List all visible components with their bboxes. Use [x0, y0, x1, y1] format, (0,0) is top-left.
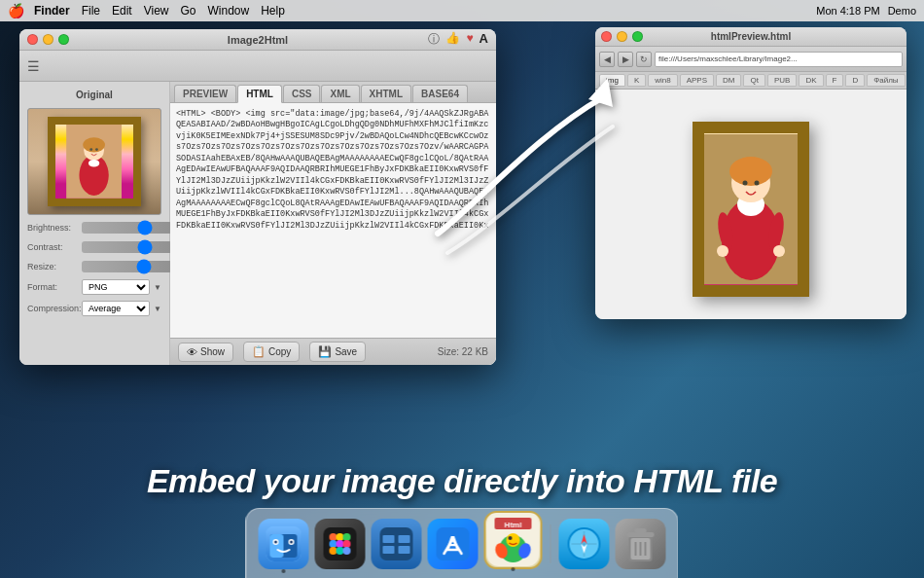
btab-k[interactable]: K — [627, 74, 646, 87]
dock-icon-appstore[interactable]: A — [428, 519, 479, 569]
dock: A Html — [246, 508, 679, 578]
minimize-button[interactable] — [43, 34, 53, 45]
btab-img[interactable]: img — [599, 74, 625, 87]
tab-base64[interactable]: BASE64 — [412, 85, 468, 102]
save-icon: 💾 — [318, 345, 332, 358]
svg-point-12 — [729, 157, 772, 186]
browser-portrait — [693, 122, 809, 297]
tab-xhtml[interactable]: XHTML — [361, 85, 411, 102]
menu-user: Demo — [888, 5, 916, 17]
dock-icon-trash[interactable] — [616, 519, 666, 569]
browser-toolbar: ◀ ▶ ↻ — [595, 47, 906, 72]
compression-select[interactable]: Average Low High — [82, 301, 150, 316]
dock-icon-launchpad[interactable] — [315, 519, 366, 569]
address-bar[interactable] — [655, 52, 903, 67]
browser-traffic-lights — [601, 31, 643, 42]
browser-maximize[interactable] — [632, 31, 643, 42]
dock-icon-image2html[interactable]: Html — [484, 511, 543, 569]
btab-files[interactable]: Файлы — [867, 74, 905, 87]
back-button[interactable]: ◀ — [599, 52, 615, 67]
close-button[interactable] — [27, 34, 38, 45]
format-label: Format: — [27, 282, 78, 292]
menubar: 🍎 Finder File Edit View Go Window Help M… — [0, 0, 924, 21]
show-button[interactable]: 👁 Show — [178, 343, 233, 362]
svg-point-29 — [330, 533, 338, 541]
tab-preview[interactable]: PREVIEW — [174, 85, 236, 102]
dock-icon-finder[interactable] — [259, 519, 309, 569]
browser-minimize[interactable] — [617, 31, 627, 42]
svg-point-25 — [274, 540, 277, 543]
svg-point-33 — [337, 540, 344, 548]
svg-point-27 — [290, 540, 293, 543]
resize-label: Resize: — [27, 262, 78, 271]
save-button[interactable]: 💾 Save — [309, 342, 366, 362]
bottom-bar: 👁 Show 📋 Copy 💾 Save Size: 22 KB — [170, 338, 496, 365]
svg-rect-42 — [399, 546, 410, 554]
brightness-row: Brightness: 0 ⟳ — [27, 221, 161, 235]
btab-dm[interactable]: DM — [716, 74, 741, 87]
file-size: Size: 22 KB — [438, 346, 488, 357]
btab-pub[interactable]: PUB — [767, 74, 797, 87]
appstore-icon-svg: A — [437, 527, 470, 560]
menubar-finder[interactable]: Finder — [34, 4, 70, 18]
tab-xml[interactable]: XML — [321, 85, 359, 102]
tab-html[interactable]: HTML — [237, 85, 282, 103]
btab-f[interactable]: F — [826, 74, 844, 87]
thumbsup-icon[interactable]: 👍 — [445, 31, 460, 48]
menubar-help[interactable]: Help — [261, 4, 285, 18]
apple-menu[interactable]: 🍎 — [8, 3, 24, 18]
menubar-edit[interactable]: Edit — [112, 4, 132, 18]
left-panel: Original — [19, 82, 170, 365]
reload-button[interactable]: ↻ — [636, 52, 652, 67]
tab-css[interactable]: CSS — [283, 85, 321, 102]
svg-point-17 — [717, 245, 729, 257]
window-titlebar: Image2Html ⓘ 👍 ♥ A — [19, 29, 496, 51]
window-title: Image2Html — [228, 34, 288, 46]
browser-girl-svg — [704, 133, 798, 285]
girl-portrait-svg — [55, 125, 132, 199]
svg-point-18 — [773, 245, 785, 257]
forward-button[interactable]: ▶ — [618, 52, 633, 67]
dock-icon-safari[interactable] — [559, 519, 610, 569]
contrast-row: Contrast: 0 ⟳ — [27, 240, 161, 254]
menubar-right: Mon 4:18 PM Demo — [816, 5, 916, 17]
image-preview — [27, 108, 161, 215]
copy-button[interactable]: 📋 Copy — [243, 342, 300, 362]
heart-icon[interactable]: ♥ — [466, 31, 473, 48]
btab-win8[interactable]: win8 — [648, 74, 677, 87]
svg-point-5 — [95, 148, 98, 151]
hamburger-icon[interactable]: ☰ — [27, 58, 40, 74]
svg-point-30 — [337, 533, 344, 541]
svg-point-37 — [343, 547, 351, 555]
code-content: <HTML> <BODY> <img src="data:image/jpg;b… — [176, 109, 488, 231]
right-panel: PREVIEW HTML CSS XML XHTML BASE64 <HTML>… — [170, 82, 496, 365]
btab-qt[interactable]: Qt — [743, 74, 764, 87]
btab-apps[interactable]: APPS — [680, 74, 714, 87]
browser-content — [595, 90, 906, 319]
portrait-frame — [48, 117, 140, 206]
menubar-window[interactable]: Window — [208, 4, 250, 18]
dock-icon-mission[interactable] — [372, 519, 422, 569]
maximize-button[interactable] — [58, 34, 69, 45]
menubar-go[interactable]: Go — [181, 4, 196, 18]
svg-rect-40 — [399, 535, 410, 543]
svg-point-32 — [330, 540, 338, 548]
svg-point-34 — [343, 540, 351, 548]
info-icon[interactable]: ⓘ — [428, 31, 440, 48]
menubar-view[interactable]: View — [144, 4, 169, 18]
menubar-file[interactable]: File — [82, 4, 100, 18]
svg-point-36 — [337, 547, 344, 555]
btab-d[interactable]: D — [845, 74, 865, 87]
svg-point-31 — [343, 533, 351, 541]
copy-label: Copy — [268, 346, 291, 357]
copy-icon: 📋 — [252, 345, 266, 358]
portrait-inner — [55, 125, 132, 199]
format-select[interactable]: PNG JPG GIF — [82, 279, 150, 295]
code-area[interactable]: <HTML> <BODY> <img src="data:image/jpg;b… — [170, 103, 496, 338]
text-icon[interactable]: A — [480, 31, 488, 48]
promo-text: Embed your image directly into HTML file — [0, 462, 924, 500]
btab-dk[interactable]: DK — [799, 74, 823, 87]
safari-icon-svg — [568, 527, 601, 560]
original-label: Original — [27, 90, 161, 100]
browser-close[interactable] — [601, 31, 612, 42]
